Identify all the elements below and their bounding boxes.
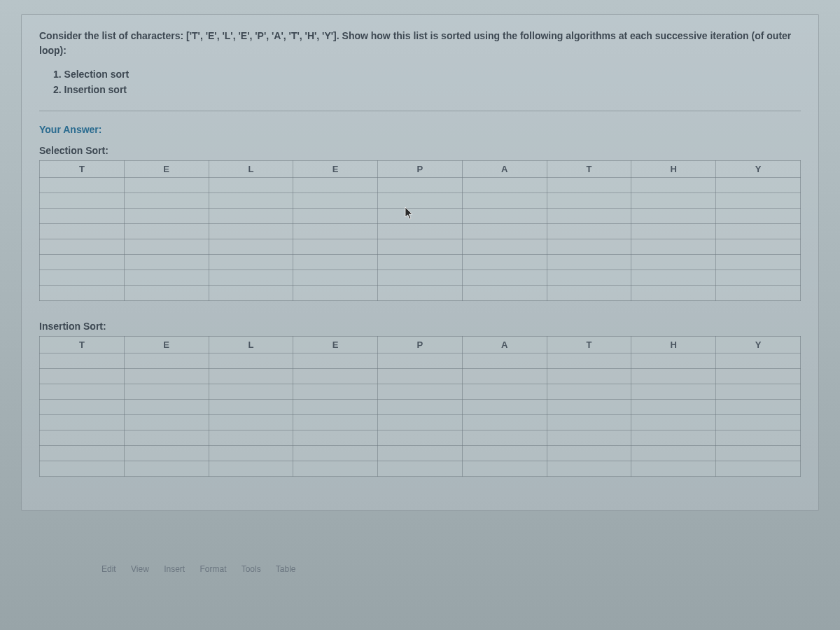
toolbar-edit[interactable]: Edit <box>102 564 116 574</box>
table-cell[interactable]: T <box>547 336 631 353</box>
table-cell[interactable]: H <box>631 336 716 353</box>
table-cell[interactable]: P <box>378 160 463 177</box>
table-cell[interactable]: T <box>40 336 125 353</box>
table-row <box>40 223 801 239</box>
table-row <box>40 353 801 368</box>
toolbar-insert[interactable]: Insert <box>164 564 185 574</box>
insertion-sort-label: Insertion Sort: <box>39 321 801 332</box>
table-cell[interactable]: L <box>209 336 293 353</box>
table-row <box>40 430 801 445</box>
toolbar-table[interactable]: Table <box>276 564 296 574</box>
table-row <box>40 399 801 414</box>
list-item: 2. Insertion sort <box>53 82 801 97</box>
table-row <box>40 254 801 270</box>
toolbar-format[interactable]: Format <box>200 564 227 574</box>
table-row <box>40 239 801 254</box>
table-row <box>40 414 801 430</box>
toolbar-tools[interactable]: Tools <box>241 564 261 574</box>
table-row <box>40 445 801 461</box>
table-header-row: T E L E P A T H Y <box>40 336 801 353</box>
table-cell[interactable]: E <box>124 160 209 177</box>
table-cell[interactable]: T <box>40 160 125 177</box>
table-cell[interactable]: E <box>293 336 378 353</box>
table-row <box>40 208 801 223</box>
table-row <box>40 384 801 399</box>
table-header-row: T E L E P A T H Y <box>40 160 801 177</box>
table-cell[interactable]: H <box>631 160 716 177</box>
table-row <box>40 192 801 208</box>
question-container: Consider the list of characters: ['T', '… <box>21 14 819 511</box>
table-cell[interactable]: P <box>378 336 463 353</box>
algorithm-list: 1. Selection sort 2. Insertion sort <box>53 66 801 98</box>
table-cell[interactable]: L <box>209 160 293 177</box>
table-row <box>40 177 801 192</box>
editor-toolbar: Edit View Insert Format Tools Table <box>102 564 309 574</box>
table-cell[interactable]: A <box>462 160 547 177</box>
table-cell[interactable]: T <box>547 160 631 177</box>
toolbar-view[interactable]: View <box>131 564 149 574</box>
table-cell[interactable]: Y <box>716 336 801 353</box>
table-cell[interactable]: A <box>462 336 547 353</box>
selection-sort-table[interactable]: T E L E P A T H Y <box>39 160 801 301</box>
table-cell[interactable]: Y <box>716 160 801 177</box>
question-prompt: Consider the list of characters: ['T', '… <box>39 29 801 58</box>
list-item: 1. Selection sort <box>53 66 801 82</box>
insertion-sort-table[interactable]: T E L E P A T H Y <box>39 336 801 477</box>
table-cell[interactable]: E <box>293 160 378 177</box>
answer-label: Your Answer: <box>39 124 801 135</box>
table-row <box>40 368 801 384</box>
table-row <box>40 270 801 285</box>
table-cell[interactable]: E <box>124 336 209 353</box>
divider <box>39 111 801 111</box>
table-row <box>40 285 801 300</box>
table-row <box>40 461 801 476</box>
selection-sort-label: Selection Sort: <box>39 145 801 156</box>
